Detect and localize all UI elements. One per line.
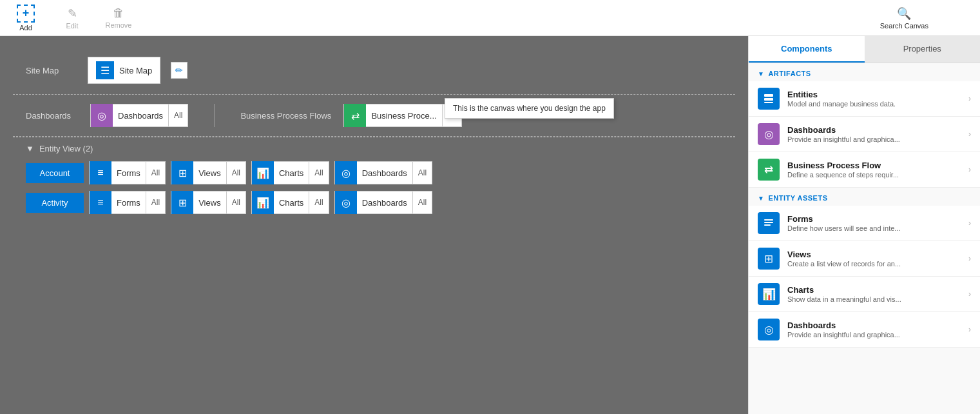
bpf-title: Business Process Flow: [787, 161, 961, 170]
account-entity-button[interactable]: Account: [26, 163, 84, 183]
remove-button[interactable]: 🗑 Remove: [103, 6, 134, 29]
tab-properties[interactable]: Properties: [865, 36, 981, 63]
remove-label: Remove: [106, 21, 132, 29]
account-views-name: Views: [193, 168, 226, 178]
panel-dashboards-icon: ◎: [758, 123, 780, 145]
activity-forms-icon: ≡: [90, 191, 111, 214]
forms-text: Forms Define how users will see and inte…: [787, 214, 961, 232]
edit-button[interactable]: ✎ Edit: [57, 6, 88, 30]
activity-forms-badge: All: [146, 192, 165, 213]
svg-rect-2: [764, 102, 773, 103]
activity-dashboards-icon: ◎: [335, 191, 357, 214]
forms-chevron-icon: ›: [968, 219, 971, 228]
bpf-desc: Define a sequence of steps requir...: [787, 171, 961, 179]
dashboards-artifacts-desc: Provide an insightful and graphica...: [787, 135, 961, 143]
account-dashboards-card[interactable]: ◎ Dashboards All: [334, 161, 432, 184]
entity-assets-section-header: ▼ ENTITY ASSETS: [749, 188, 980, 206]
activity-dashboards-name: Dashboards: [357, 198, 412, 208]
panel-forms-icon: [758, 212, 780, 234]
activity-charts-badge: All: [309, 192, 328, 213]
views-title: Views: [787, 250, 961, 259]
dashboards-artifacts-chevron-icon: ›: [968, 130, 971, 139]
activity-charts-name: Charts: [274, 198, 309, 208]
dashboards-card-badge: All: [168, 104, 187, 126]
charts-title: Charts: [787, 285, 961, 295]
bpf-section-label: Business Process Flows: [240, 111, 343, 121]
forms-icon: ≡: [90, 161, 111, 184]
svg-rect-3: [764, 219, 773, 221]
dashboards-assets-title: Dashboards: [787, 320, 961, 330]
bpf-chevron-icon: ›: [968, 165, 971, 174]
entity-view-title: Entity View (2): [39, 144, 93, 153]
dashboards-assets-text: Dashboards Provide an insightful and gra…: [787, 320, 961, 339]
activity-views-name: Views: [193, 198, 226, 208]
search-icon: 🔍: [897, 6, 911, 21]
account-forms-name: Forms: [111, 168, 146, 178]
activity-charts-card[interactable]: 📊 Charts All: [251, 191, 329, 214]
entities-icon: [758, 88, 780, 110]
charts-text: Charts Show data in a meaningful and vis…: [787, 285, 961, 303]
bpf-separator: [214, 104, 215, 127]
edit-label: Edit: [66, 22, 79, 30]
account-charts-card[interactable]: 📊 Charts All: [251, 161, 329, 184]
activity-forms-name: Forms: [111, 198, 146, 208]
canvas-tooltip: This is the canvas where you design the …: [445, 98, 614, 119]
entity-view-header[interactable]: ▼ Entity View (2): [26, 144, 722, 153]
dashboards-section-label: Dashboards: [26, 111, 90, 121]
svg-rect-4: [764, 222, 773, 223]
artifacts-arrow-icon: ▼: [758, 70, 764, 77]
dashboards-card-icon: ◎: [91, 104, 113, 127]
dashboards-row: Dashboards ◎ Dashboards All Business Pro…: [13, 94, 735, 137]
sitemap-row: Site Map ☰ Site Map ✏: [13, 46, 735, 94]
sitemap-section-label: Site Map: [26, 66, 77, 75]
dashboards-card-name: Dashboards: [113, 111, 168, 121]
panel-tabs: Components Properties: [749, 36, 980, 63]
dashboards-card[interactable]: ◎ Dashboards All: [90, 104, 188, 127]
sitemap-edit-button[interactable]: ✏: [171, 62, 187, 79]
bpf-card-name: Business Proce...: [366, 111, 441, 121]
entities-title: Entities: [787, 90, 961, 99]
main-layout: This is the canvas where you design the …: [0, 36, 980, 414]
forms-title: Forms: [787, 214, 961, 224]
panel-item-dashboards-artifacts[interactable]: ◎ Dashboards Provide an insightful and g…: [749, 117, 980, 152]
sitemap-card[interactable]: ☰ Site Map: [88, 57, 160, 84]
charts-icon: 📊: [252, 161, 274, 184]
panel-item-views[interactable]: ⊞ Views Create a list view of records fo…: [749, 241, 980, 277]
svg-rect-0: [764, 94, 773, 97]
entity-row-activity: Activity ≡ Forms All ⊞ Views All 📊 Chart…: [26, 191, 722, 214]
add-button[interactable]: + Add: [10, 5, 41, 32]
activity-views-card[interactable]: ⊞ Views All: [171, 191, 246, 214]
panel-item-forms[interactable]: Forms Define how users will see and inte…: [749, 206, 980, 241]
bpf-card-icon: ⇄: [344, 104, 366, 127]
entity-row-account: Account ≡ Forms All ⊞ Views All 📊 Charts: [26, 161, 722, 184]
panel-views-icon: ⊞: [758, 248, 780, 270]
panel-item-entities[interactable]: Entities Model and manage business data.…: [749, 81, 980, 117]
account-charts-badge: All: [309, 162, 328, 184]
panel-item-dashboards-assets[interactable]: ◎ Dashboards Provide an insightful and g…: [749, 312, 980, 348]
search-canvas-button[interactable]: 🔍 Search Canvas: [880, 6, 928, 30]
activity-dashboards-card[interactable]: ◎ Dashboards All: [334, 191, 432, 214]
activity-entity-button[interactable]: Activity: [26, 193, 84, 213]
views-desc: Create a list view of records for an...: [787, 260, 961, 268]
sitemap-icon: ☰: [96, 61, 114, 79]
artifacts-section-header: ▼ ARTIFACTS: [749, 63, 980, 81]
activity-charts-icon: 📊: [252, 191, 274, 214]
artifacts-section-title: ARTIFACTS: [768, 70, 811, 77]
panel-item-bpf[interactable]: ⇄ Business Process Flow Define a sequenc…: [749, 152, 980, 188]
activity-forms-card[interactable]: ≡ Forms All: [89, 191, 166, 214]
canvas-area[interactable]: This is the canvas where you design the …: [0, 36, 748, 414]
account-dashboards-badge: All: [412, 162, 432, 184]
right-panel: Components Properties ▼ ARTIFACTS Entiti…: [748, 36, 980, 414]
canvas-inner: This is the canvas where you design the …: [0, 36, 748, 237]
account-forms-card[interactable]: ≡ Forms All: [89, 161, 166, 184]
svg-rect-1: [764, 98, 773, 101]
charts-chevron-icon: ›: [968, 290, 971, 299]
entity-view-section: ▼ Entity View (2) Account ≡ Forms All ⊞ …: [13, 137, 735, 227]
sitemap-card-name: Site Map: [119, 66, 152, 75]
activity-views-badge: All: [226, 192, 245, 213]
panel-charts-icon: 📊: [758, 283, 780, 305]
tab-components[interactable]: Components: [749, 36, 865, 63]
entities-text: Entities Model and manage business data.: [787, 90, 961, 108]
account-views-card[interactable]: ⊞ Views All: [171, 161, 246, 184]
panel-item-charts[interactable]: 📊 Charts Show data in a meaningful and v…: [749, 277, 980, 312]
